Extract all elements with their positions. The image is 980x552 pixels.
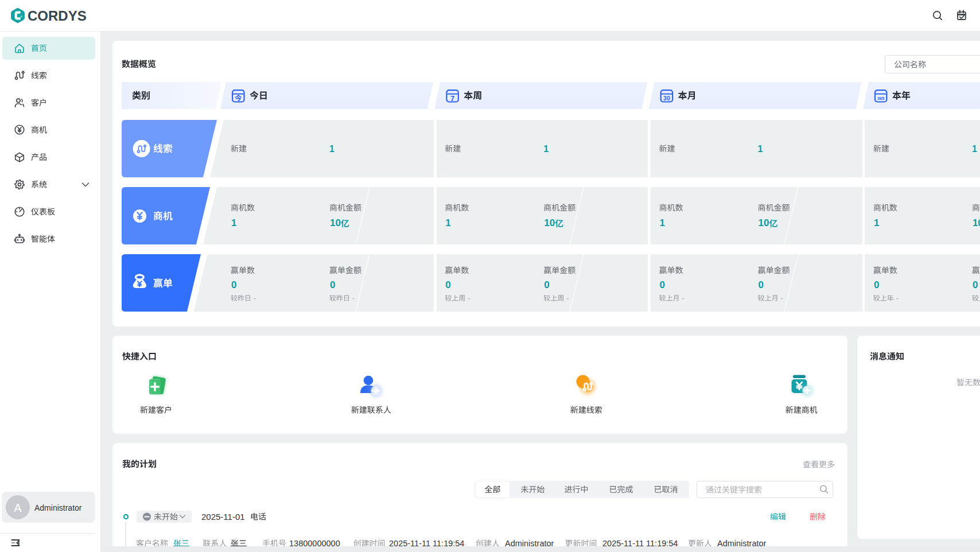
svg-text:0: 0 (445, 279, 450, 290)
svg-text:10: 10 (759, 217, 769, 228)
svg-text:0: 0 (330, 279, 335, 290)
svg-text:0: 0 (973, 279, 978, 290)
svg-text:1: 1 (758, 144, 763, 154)
svg-text:A: A (14, 502, 22, 514)
svg-text:1: 1 (660, 217, 665, 228)
svg-text:10: 10 (973, 217, 980, 228)
svg-text:1: 1 (543, 144, 549, 154)
svg-text:0: 0 (231, 279, 236, 290)
svg-text:-: - (896, 294, 899, 302)
svg-text:0: 0 (874, 279, 879, 290)
svg-text:10: 10 (544, 217, 555, 228)
svg-text:0: 0 (544, 279, 549, 290)
svg-text:1: 1 (874, 217, 879, 228)
svg-text:1: 1 (329, 144, 335, 154)
svg-text:365: 365 (877, 96, 884, 101)
svg-text:10: 10 (330, 217, 341, 228)
svg-text:CORDYS: CORDYS (28, 8, 87, 24)
svg-text:1: 1 (231, 217, 236, 228)
svg-text:0: 0 (660, 279, 665, 290)
svg-text:1: 1 (445, 217, 450, 228)
svg-text:-: - (254, 294, 256, 302)
svg-text:0: 0 (759, 279, 764, 290)
svg-text:-: - (682, 294, 685, 302)
svg-text:1: 1 (972, 144, 977, 154)
svg-text:-: - (566, 294, 569, 302)
svg-text:7: 7 (450, 94, 454, 103)
svg-text:-: - (781, 294, 783, 302)
svg-text:-: - (468, 294, 470, 302)
svg-text:Administrator: Administrator (34, 503, 82, 512)
svg-text:30: 30 (663, 95, 670, 102)
svg-text:2025-11-01: 2025-11-01 (201, 512, 245, 522)
svg-text:-: - (352, 294, 355, 302)
